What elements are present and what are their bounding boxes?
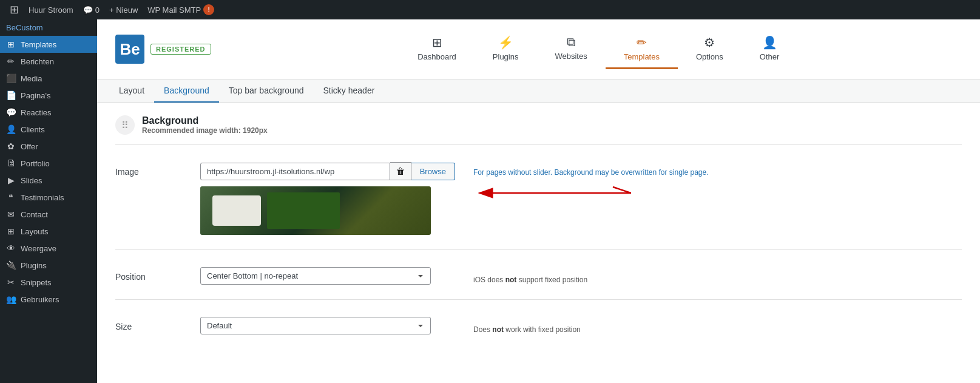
tab-options[interactable]: ⚙ Options: [678, 29, 742, 69]
tab-other[interactable]: 👤 Other: [742, 29, 798, 69]
paginas-icon: 📄: [6, 90, 16, 100]
sidebar-item-berichten[interactable]: ✏ Berichten: [0, 53, 97, 70]
weergave-icon: 👁: [6, 243, 16, 253]
image-control: 🗑 Browse For pages without slider. Backg…: [200, 162, 962, 235]
contact-icon: ✉: [6, 209, 16, 219]
reacties-icon: 💬: [6, 107, 16, 117]
sub-tab-sticky-header[interactable]: Sticky header: [314, 80, 385, 103]
position-note: iOS does not support fixed position: [473, 276, 962, 284]
position-col-left: Center Bottom | no-repeatCenter Center |…: [200, 267, 455, 285]
sub-tab-background[interactable]: Background: [154, 80, 219, 103]
sidebar-item-testimonials[interactable]: ❝ Testimonials: [0, 189, 97, 206]
wp-mail-item[interactable]: WP Mail SMTP !: [143, 0, 219, 19]
tab-dashboard[interactable]: ⊞ Dashboard: [399, 29, 475, 69]
registered-badge: REGISTERED: [150, 44, 211, 55]
section-header: ⠿ Background Recommended image width: 19…: [115, 115, 962, 145]
size-col-right: Does not work with fixed position: [473, 317, 962, 334]
admin-bar: ⊞ Huur Stroom 💬 0 + Nieuw WP Mail SMTP !: [0, 0, 980, 19]
sidebar-item-plugins[interactable]: 🔌 Plugins: [0, 257, 97, 274]
sidebar-item-label: Offer: [21, 142, 38, 151]
sidebar-item-paginas[interactable]: 📄 Pagina's: [0, 87, 97, 104]
sidebar-item-label: Clients: [21, 125, 45, 134]
plugins-tab-icon: ⚡: [498, 35, 513, 50]
sidebar-item-label: Slides: [21, 176, 42, 185]
sidebar-item-weergave[interactable]: 👁 Weergave: [0, 240, 97, 257]
sidebar-item-label: Weergave: [21, 244, 56, 253]
berichten-icon: ✏: [6, 56, 16, 66]
sidebar-item-label: Media: [21, 74, 42, 83]
clients-icon: 👤: [6, 124, 16, 134]
delete-image-button[interactable]: 🗑: [390, 162, 411, 180]
logo-be: Be: [115, 35, 144, 64]
wp-logo-icon: ⊞: [10, 3, 19, 16]
image-preview: [200, 186, 443, 235]
red-arrow-icon: [473, 184, 631, 202]
sub-tab-layout[interactable]: Layout: [109, 80, 154, 103]
media-icon: ⬛: [6, 73, 16, 83]
url-input-wrap: 🗑 Browse: [200, 162, 455, 180]
tab-options-label: Options: [696, 52, 723, 61]
comments-item[interactable]: 💬 0: [78, 0, 104, 19]
sidebar-item-gebruikers[interactable]: 👥 Gebruikers: [0, 291, 97, 308]
testimonials-icon: ❝: [6, 192, 16, 202]
wp-logo-item[interactable]: ⊞: [5, 0, 24, 19]
size-control: DefaultCoverContainAuto Does not work wi…: [200, 317, 962, 334]
other-icon: 👤: [762, 35, 777, 50]
gebruikers-icon: 👥: [6, 294, 16, 304]
templates-tab-icon: ✏: [637, 35, 647, 50]
sidebar-item-templates[interactable]: ⊞ Templates: [0, 36, 97, 53]
plugin-logo: Be REGISTERED: [115, 35, 211, 64]
sidebar: BeCustom ⊞ Templates ✏ Berichten ⬛ Media…: [0, 19, 97, 383]
sidebar-item-portfolio[interactable]: 🖺 Portfolio: [0, 155, 97, 172]
portfolio-icon: 🖺: [6, 158, 16, 168]
site-name-item[interactable]: Huur Stroom: [24, 0, 78, 19]
size-note: Does not work with fixed position: [473, 325, 962, 334]
sub-tab-top-bar-background[interactable]: Top bar background: [219, 80, 314, 103]
section-title: Background: [142, 115, 268, 126]
plugin-header: Be REGISTERED ⊞ Dashboard ⚡ Plugins ⧉ We…: [97, 19, 980, 80]
tab-plugins[interactable]: ⚡ Plugins: [475, 29, 537, 69]
dashboard-icon: ⊞: [432, 35, 442, 50]
image-url-input[interactable]: [200, 163, 390, 180]
options-icon: ⚙: [704, 35, 715, 50]
sidebar-item-contact[interactable]: ✉ Contact: [0, 206, 97, 223]
tab-websites[interactable]: ⧉ Websites: [536, 29, 605, 69]
sidebar-item-label: Reacties: [21, 108, 52, 117]
sidebar-item-clients[interactable]: 👤 Clients: [0, 121, 97, 138]
comments-count: 0: [95, 5, 100, 15]
new-label: + Nieuw: [109, 5, 138, 15]
tab-other-label: Other: [760, 52, 780, 61]
size-select[interactable]: DefaultCoverContainAuto: [200, 317, 431, 334]
becustom-label[interactable]: BeCustom: [0, 19, 97, 36]
main-content: Be REGISTERED ⊞ Dashboard ⚡ Plugins ⧉ We…: [97, 19, 980, 383]
sidebar-item-reacties[interactable]: 💬 Reacties: [0, 104, 97, 121]
sidebar-item-label: Gebruikers: [21, 295, 59, 304]
image-col-left: 🗑 Browse: [200, 162, 455, 235]
tab-websites-label: Websites: [555, 52, 587, 61]
sidebar-item-label: Contact: [21, 210, 48, 219]
drag-handle[interactable]: ⠿: [115, 115, 135, 135]
layouts-icon: ⊞: [6, 226, 16, 236]
tab-templates[interactable]: ✏ Templates: [606, 29, 678, 69]
plugins-icon: 🔌: [6, 260, 16, 270]
new-item[interactable]: + Nieuw: [104, 0, 143, 19]
browse-button[interactable]: Browse: [411, 163, 455, 180]
sidebar-item-media[interactable]: ⬛ Media: [0, 70, 97, 87]
tab-plugins-label: Plugins: [493, 52, 519, 61]
arrow-container: [473, 184, 962, 202]
sidebar-item-layouts[interactable]: ⊞ Layouts: [0, 223, 97, 240]
offer-icon: ✿: [6, 141, 16, 151]
sidebar-item-snippets[interactable]: ✂ Snippets: [0, 274, 97, 291]
slides-icon: ▶: [6, 175, 16, 185]
top-nav: ⊞ Dashboard ⚡ Plugins ⧉ Websites ✏ Templ…: [235, 29, 962, 69]
section-background: ⠿ Background Recommended image width: 19…: [97, 103, 980, 361]
svg-line-2: [613, 187, 631, 193]
sidebar-item-offer[interactable]: ✿ Offer: [0, 138, 97, 155]
sidebar-item-label: Snippets: [21, 278, 52, 287]
image-width: 1920px: [243, 126, 268, 135]
image-label: Image: [115, 162, 188, 177]
sidebar-item-slides[interactable]: ▶ Slides: [0, 172, 97, 189]
image-row-with-note: 🗑 Browse For pages without slider. Backg…: [200, 162, 962, 235]
position-select[interactable]: Center Bottom | no-repeatCenter Center |…: [200, 267, 431, 285]
section-subtitle: Recommended image width: 1920px: [142, 126, 268, 135]
